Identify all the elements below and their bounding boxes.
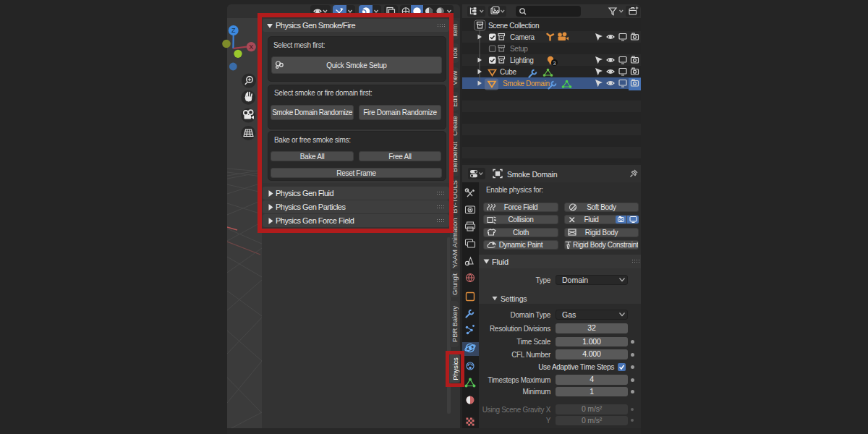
svg-text:3: 3: [553, 61, 556, 66]
svg-text:Z: Z: [231, 27, 236, 34]
svg-text:X: X: [249, 43, 253, 51]
